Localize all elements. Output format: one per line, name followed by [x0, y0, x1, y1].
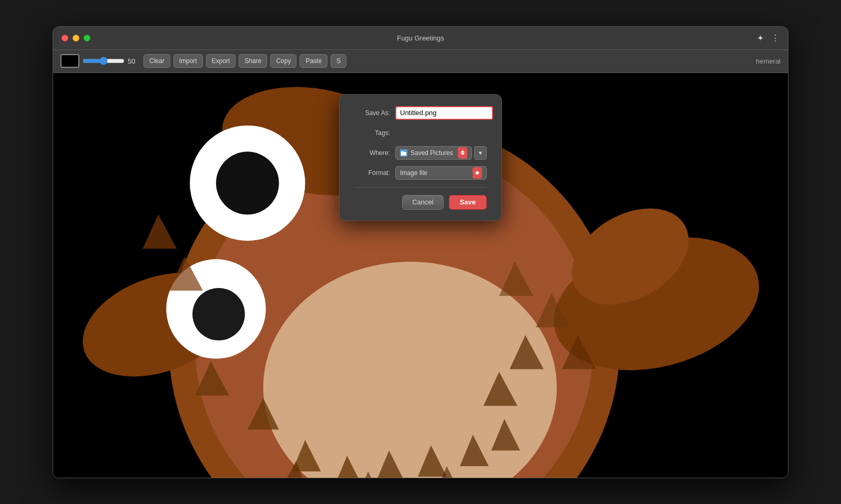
format-row: Format: Image file — [354, 166, 487, 180]
slider-container: 50 — [83, 57, 140, 65]
menu-icon[interactable]: ⋮ — [771, 33, 780, 43]
save-as-row: Save As: — [354, 106, 487, 120]
where-label: Where: — [354, 149, 390, 157]
where-arrows[interactable] — [458, 147, 467, 159]
titlebar-actions: ✦ ⋮ — [757, 33, 780, 43]
svg-point-11 — [192, 287, 245, 340]
traffic-lights — [61, 35, 90, 42]
save-as-label: Save As: — [354, 109, 390, 117]
format-arrows[interactable] — [473, 167, 482, 179]
minimize-button[interactable] — [73, 35, 79, 42]
titlebar: Fugu Greetings ✦ ⋮ — [53, 27, 788, 50]
app-window: Fugu Greetings ✦ ⋮ 50 Clear Import Expor… — [53, 26, 788, 478]
chevron-down-icon: ▼ — [478, 150, 484, 156]
where-container: Saved Pictures ▼ — [395, 146, 487, 160]
arrow-up-icon — [460, 150, 465, 152]
toolbar: 50 Clear Import Export Share Copy Paste … — [53, 50, 788, 73]
arrow-down-icon — [460, 153, 465, 155]
svg-point-9 — [216, 151, 279, 214]
where-value: Saved Pictures — [411, 149, 457, 157]
slider-value: 50 — [128, 57, 140, 65]
clear-button[interactable]: Clear — [143, 54, 170, 68]
tags-label: Tags: — [354, 129, 390, 137]
format-value: Image file — [400, 169, 473, 177]
extensions-icon[interactable]: ✦ — [757, 33, 764, 43]
brush-size-slider[interactable] — [83, 57, 125, 65]
canvas-area[interactable]: Save As: Tags: Where: — [53, 73, 788, 478]
import-button[interactable]: Import — [173, 54, 203, 68]
folder-icon — [400, 149, 407, 157]
share-button[interactable]: Share — [239, 54, 267, 68]
where-select[interactable]: Saved Pictures — [395, 146, 472, 160]
close-button[interactable] — [61, 35, 68, 42]
cancel-button[interactable]: Cancel — [402, 195, 443, 210]
save-button[interactable]: Save — [449, 195, 487, 210]
where-expand-button[interactable]: ▼ — [474, 146, 487, 160]
copy-button[interactable]: Copy — [270, 54, 296, 68]
format-arrow-down-icon — [475, 173, 479, 175]
maximize-button[interactable] — [84, 35, 90, 42]
window-title: Fugu Greetings — [397, 34, 444, 42]
save-dialog: Save As: Tags: Where: — [339, 94, 502, 221]
dialog-buttons: Cancel Save — [354, 195, 487, 210]
where-row: Where: Saved Pictures — [354, 146, 487, 160]
tags-row: Tags: — [354, 126, 487, 140]
ephemeral-text: hemeral — [756, 57, 781, 65]
format-label: Format: — [354, 169, 390, 177]
svg-rect-31 — [401, 151, 404, 153]
dialog-divider — [354, 187, 487, 188]
color-swatch[interactable] — [60, 54, 79, 68]
save-as-input[interactable] — [395, 106, 493, 120]
tags-input[interactable] — [395, 126, 487, 140]
s-button[interactable]: S — [331, 54, 346, 68]
paste-button[interactable]: Paste — [300, 54, 327, 68]
format-select[interactable]: Image file — [395, 166, 487, 180]
export-button[interactable]: Export — [206, 54, 236, 68]
